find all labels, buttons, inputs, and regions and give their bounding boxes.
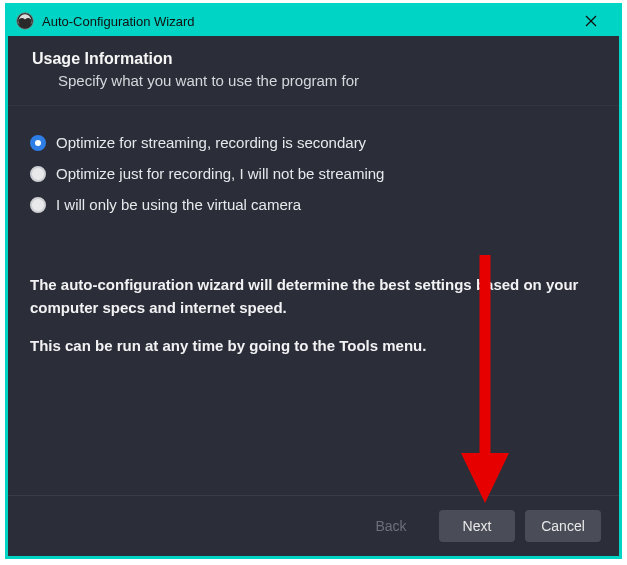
page-subtitle: Specify what you want to use the program… — [58, 72, 595, 89]
info-paragraph-1: The auto-configuration wizard will deter… — [30, 273, 597, 320]
window-title: Auto-Configuration Wizard — [42, 14, 571, 29]
radio-icon — [30, 135, 46, 151]
radio-icon — [30, 197, 46, 213]
usage-radio-group: Optimize for streaming, recording is sec… — [30, 134, 597, 213]
wizard-content: Optimize for streaming, recording is sec… — [8, 106, 619, 495]
radio-label: Optimize for streaming, recording is sec… — [56, 134, 366, 151]
wizard-header: Usage Information Specify what you want … — [8, 36, 619, 105]
radio-label: Optimize just for recording, I will not … — [56, 165, 384, 182]
radio-optimize-recording[interactable]: Optimize just for recording, I will not … — [30, 165, 597, 182]
cancel-button[interactable]: Cancel — [525, 510, 601, 542]
next-button[interactable]: Next — [439, 510, 515, 542]
radio-optimize-streaming[interactable]: Optimize for streaming, recording is sec… — [30, 134, 597, 151]
wizard-button-bar: Back Next Cancel — [8, 495, 619, 556]
radio-label: I will only be using the virtual camera — [56, 196, 301, 213]
page-title: Usage Information — [32, 50, 595, 68]
radio-virtual-camera[interactable]: I will only be using the virtual camera — [30, 196, 597, 213]
obs-logo-icon — [16, 12, 34, 30]
wizard-window: Auto-Configuration Wizard Usage Informat… — [5, 3, 622, 559]
close-icon — [585, 15, 597, 27]
info-paragraph-2: This can be run at any time by going to … — [30, 334, 597, 357]
back-button: Back — [353, 510, 429, 542]
close-button[interactable] — [571, 6, 611, 36]
titlebar: Auto-Configuration Wizard — [8, 6, 619, 36]
radio-icon — [30, 166, 46, 182]
